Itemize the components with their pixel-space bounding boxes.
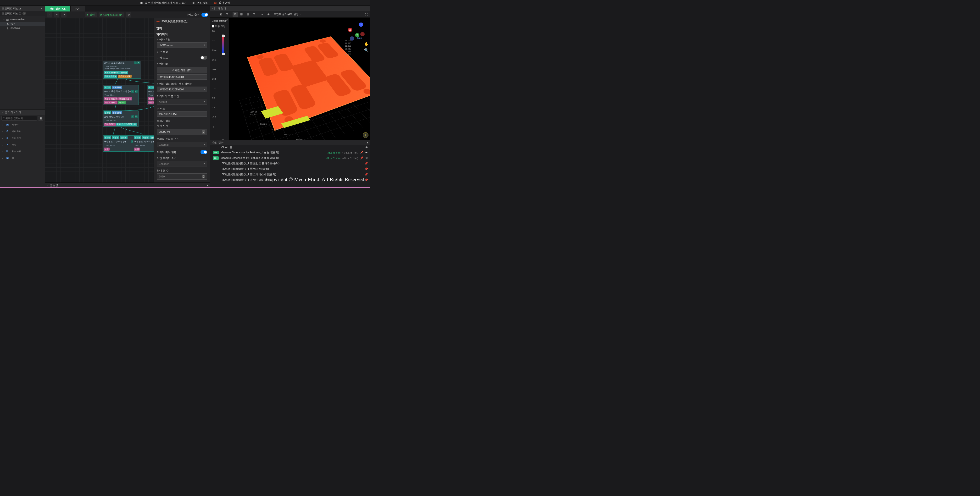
spinner[interactable]: ▴▾ (202, 175, 205, 178)
eye-icon[interactable]: 👁 (135, 90, 138, 93)
eye-icon[interactable]: 👁 (365, 146, 368, 149)
node-surface-features-2[interactable]: 뎁스맵변환 관계 표면의 특징점 위치 지정 (2)i👁 Time: 99ms … (103, 85, 139, 105)
run-button[interactable]: ▶실행 (85, 12, 97, 17)
calib-select[interactable]: LW300241A205YD04▾ (157, 87, 207, 92)
properties-title: 3D线激光轮廓测量仪_1 (154, 18, 210, 25)
pin-icon[interactable]: 📌 (360, 151, 363, 154)
cat-locate[interactable]: ›◈위치 지정 (0, 135, 45, 141)
chevron-down-icon: ▾ (3, 18, 5, 21)
pin-icon[interactable]: 📌 (364, 173, 368, 176)
node-surface-features-1[interactable]: 뎁스맵변환 관계 표면의 특징점 위치 지정 (1)i👁 Time: 88ms … (147, 85, 154, 105)
vtb-fit[interactable]: ▣ (218, 12, 223, 17)
info-icon[interactable]: i (131, 90, 134, 93)
node-canvas[interactable]: 레이저 프로파일러 (1)i👁 Time: 2634msdepth image … (45, 18, 154, 183)
data-acq-toggle[interactable] (200, 150, 207, 154)
node-measure-1[interactable]: 뎁스맵측정점뎁스맵 특징별로 치수 측정 (1)i👁 Time: <1ms 높이 (133, 135, 154, 152)
node-laser-profiler[interactable]: 레이저 프로파일러 (1)i👁 Time: 2634msdepth image … (103, 61, 141, 79)
ok-badge: OK (213, 151, 219, 154)
gear-icon: ⚙ (127, 13, 130, 16)
scale-handle-top[interactable] (222, 35, 225, 37)
undo-icon: ↶ (56, 13, 58, 16)
camera-type-select[interactable]: LNXCamera▾ (157, 42, 207, 48)
expand-icon[interactable]: ▴ (207, 184, 208, 187)
ip-field[interactable]: 192.168.10.152 (157, 111, 207, 117)
scale-handle-bottom[interactable] (222, 53, 225, 55)
cat-measure[interactable]: ›✕측정 (0, 141, 45, 148)
camera-id-field[interactable]: LW300241A205YD04 (157, 75, 207, 79)
new-from-library[interactable]: ▣솔루션 라이브러리에서 새로 만들기 (140, 1, 187, 5)
info-icon[interactable]: i (131, 115, 134, 118)
laser-line-icon (156, 21, 159, 22)
vtb-grid4[interactable]: ⊞ (251, 12, 256, 17)
close-icon[interactable]: ✕ (226, 19, 228, 22)
cat-check[interactable]: ›⊪체크 스텝 (0, 148, 45, 155)
pin-icon[interactable]: 📌 (364, 167, 368, 170)
output-mgmt[interactable]: ▦출력 관리 (214, 1, 230, 5)
result-row: OK Measure Dimensions by Features_1 ▦ 높이… (210, 150, 371, 155)
comm-settings[interactable]: ⊞통신 설정 (192, 1, 208, 5)
line-trigger-select[interactable]: Encoder▾ (157, 161, 207, 167)
auto-adjust-checkbox[interactable]: 자동 조정 (212, 25, 227, 28)
vtb-layer[interactable]: ⊟ (224, 12, 229, 17)
cat-camera[interactable]: ›▣카메라 (0, 121, 45, 128)
pin-icon[interactable]: 📌 (364, 162, 368, 165)
save-button[interactable]: ▫ (47, 12, 52, 17)
camera-icon: ▣ (6, 123, 10, 127)
cat-etc[interactable]: ›▣홈 (0, 155, 45, 162)
chevron-right-icon: › (299, 13, 301, 16)
help-icon[interactable]: ? (22, 12, 26, 15)
chevron-down-icon: ▾ (204, 162, 205, 165)
chevron-down-icon[interactable]: ▾ (367, 141, 369, 144)
redo-button[interactable]: ↷ (61, 12, 67, 17)
debug-output-toggle[interactable] (202, 13, 208, 17)
tree-item-bottom[interactable]: ⇅BOTTOM (0, 26, 45, 30)
vtb-grid3[interactable]: ▤ (245, 12, 250, 17)
vtb-layers[interactable]: ◈ (266, 12, 271, 17)
color-scale-bar[interactable] (222, 35, 224, 140)
maximize-button[interactable]: ⛶ (364, 12, 369, 17)
info-icon[interactable]: i (134, 62, 137, 64)
play-icon: ▶ (100, 13, 102, 16)
virtual-mode-toggle[interactable] (200, 56, 207, 60)
spinner[interactable]: ▴▾ (202, 130, 205, 134)
chevron-down-icon: ▾ (204, 100, 205, 103)
eye-icon[interactable]: 👁 (137, 62, 140, 64)
eye-icon[interactable]: 👁 (365, 151, 368, 154)
open-editor-button[interactable]: ⊕ 편집기를 열기 (157, 67, 207, 73)
result-row: OK Measure Dimensions by Features_2 ▦ 높이… (210, 155, 371, 161)
param-group-select[interactable]: default▾ (157, 99, 207, 105)
tree-root[interactable]: ▾▦Battery Module (0, 17, 45, 22)
vtb-grid1[interactable]: ⊞ (232, 12, 238, 17)
3d-viewport[interactable]: Z X Y Zimm 41.78131.52521.269 11.0120.75… (229, 18, 371, 140)
play-icon: ▶ (87, 13, 89, 16)
input-section: 입력 (154, 25, 210, 31)
output-row: 3D线激光轮廓测量仪_1 ▦ 그레이스케일(출력)📌 (210, 172, 371, 177)
vtb-grid2[interactable]: ▦ (239, 12, 244, 17)
undo-button[interactable]: ↶ (54, 12, 59, 17)
pan-icon[interactable]: ✋ (364, 41, 369, 46)
help-button[interactable]: ? (363, 132, 369, 138)
output-row: 3D线激光轮廓测量仪_1 ▦ 뎁스 맵(출력)📌 (210, 166, 371, 172)
search-button[interactable]: ▦ (38, 116, 43, 121)
measure-icon: ✕ (6, 143, 10, 147)
max-rows-field[interactable]: 2860▴▾ (157, 173, 207, 180)
eye-icon[interactable]: 👁 (365, 157, 368, 159)
settings-button[interactable]: ⚙ (126, 12, 131, 17)
frame-trigger-select[interactable]: External▾ (157, 142, 207, 147)
tree-item-top[interactable]: ⇅TOP (0, 22, 45, 26)
search-input[interactable] (2, 116, 37, 121)
tab-top[interactable]: TOP (71, 6, 85, 11)
eye-icon[interactable]: 👁 (135, 115, 138, 118)
tab-result-ok[interactable]: 판정 결과: OK (45, 6, 71, 11)
cat-preprocess[interactable]: ›⚙사전 처리 (0, 128, 45, 135)
vtb-home[interactable]: ⌂ (212, 12, 217, 17)
continuous-run-button[interactable]: ▶Continuous Run (99, 13, 124, 17)
collapse-icon[interactable]: ◄ (40, 7, 43, 10)
zoom-icon[interactable]: 🔍 (364, 48, 369, 52)
pin-icon[interactable]: 📌 (360, 156, 363, 159)
vtb-stack[interactable]: ≡ (259, 12, 265, 17)
cloud-settings-label[interactable]: 포인트 클라우드 설정 (274, 13, 299, 16)
node-planar-flatness[interactable]: 뎁스맵변환 관계 표면 평탄도 측정 (1)i👁 Time: 146ms 전체 … (103, 110, 139, 127)
timeout-field[interactable]: 20000 ms▴▾ (157, 129, 207, 135)
pin-icon[interactable]: 📌 (364, 178, 368, 181)
